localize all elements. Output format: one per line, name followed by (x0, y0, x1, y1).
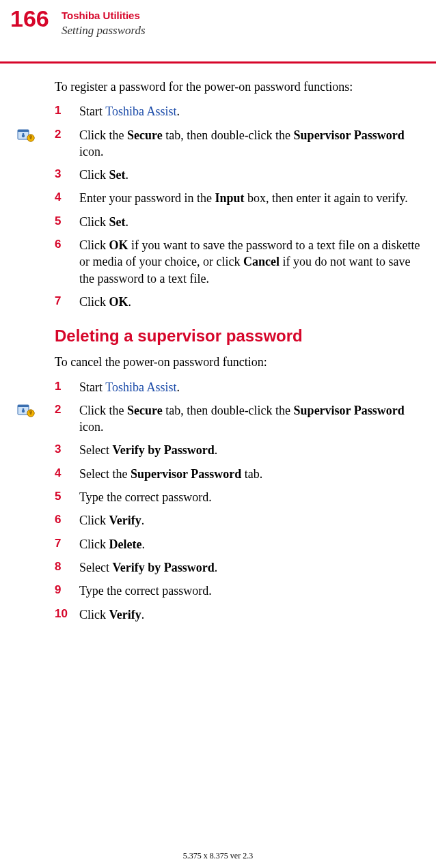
delete-step-3: 3Select Verify by Password. (55, 442, 422, 458)
step-text: Enter your password in the Input box, th… (79, 190, 422, 206)
register-step-7: 7Click OK. (55, 294, 422, 310)
footer-text: 5.375 x 8.375 ver 2.3 (0, 851, 436, 861)
step-number: 6 (55, 237, 79, 287)
step-text: Click Set. (79, 214, 422, 230)
step-text: Click Verify. (79, 606, 422, 623)
step-number: 4 (55, 466, 79, 482)
step-text: Click the Secure tab, then double-click … (79, 127, 422, 160)
step-number: 10 (55, 606, 79, 623)
section-heading: Deleting a supervisor password (55, 326, 422, 346)
step-number: 6 (55, 512, 79, 529)
supervisor-password-icon (17, 128, 36, 142)
step-text: Click the Secure tab, then double-click … (79, 402, 422, 436)
page-content: To register a password for the power-on … (0, 79, 436, 623)
step-text: Start Toshiba Assist. (79, 103, 422, 120)
step-text: Click Delete. (79, 536, 422, 552)
step-number: 3 (55, 167, 79, 183)
delete-step-8: 8Select Verify by Password. (55, 559, 422, 576)
delete-step-2: 2Click the Secure tab, then double-click… (55, 402, 422, 436)
register-step-5: 5Click Set. (55, 214, 422, 230)
delete-step-9: 9Type the correct password. (55, 583, 422, 599)
intro-text: To register a password for the power-on … (55, 79, 422, 95)
link-toshiba-assist[interactable]: Toshiba Assist (105, 380, 176, 394)
intro2-text: To cancel the power-on password function… (55, 354, 422, 370)
step-number: 1 (55, 103, 79, 120)
step-text: Click OK. (79, 294, 422, 310)
header-title: Toshiba Utilities (62, 10, 140, 21)
delete-step-7: 7Click Delete. (55, 536, 422, 552)
supervisor-password-icon (17, 404, 36, 417)
step-text: Type the correct password. (79, 489, 422, 505)
delete-step-6: 6Click Verify. (55, 512, 422, 529)
delete-step-4: 4Select the Supervisor Password tab. (55, 466, 422, 482)
svg-rect-1 (18, 130, 29, 132)
step-number: 7 (55, 536, 79, 552)
step-number: 5 (55, 489, 79, 505)
register-step-3: 3Click Set. (55, 167, 422, 183)
step-number: 2 (55, 402, 79, 436)
step-number: 8 (55, 559, 79, 576)
step-number: 1 (55, 379, 79, 395)
page-number: 166 (10, 5, 49, 32)
steps-delete: 1Start Toshiba Assist.2Click the Secure … (55, 379, 422, 623)
svg-rect-3 (23, 133, 24, 135)
step-text: Select Verify by Password. (79, 442, 422, 458)
step-text: Select Verify by Password. (79, 559, 422, 576)
delete-step-5: 5Type the correct password. (55, 489, 422, 505)
delete-step-1: 1Start Toshiba Assist. (55, 379, 422, 395)
header-subtitle: Setting passwords (62, 24, 146, 38)
step-text: Start Toshiba Assist. (79, 379, 422, 395)
delete-step-10: 10Click Verify. (55, 606, 422, 623)
step-text: Click OK if you want to save the passwor… (79, 237, 422, 287)
step-text: Select the Supervisor Password tab. (79, 466, 422, 482)
svg-rect-10 (23, 408, 24, 410)
step-text: Click Set. (79, 167, 422, 183)
step-number: 3 (55, 442, 79, 458)
header-rule (0, 61, 436, 64)
register-step-6: 6Click OK if you want to save the passwo… (55, 237, 422, 287)
step-number: 2 (55, 127, 79, 160)
step-text: Click Verify. (79, 512, 422, 529)
link-toshiba-assist[interactable]: Toshiba Assist (105, 104, 176, 118)
step-text: Type the correct password. (79, 583, 422, 599)
register-step-2: 2Click the Secure tab, then double-click… (55, 127, 422, 160)
steps-register: 1Start Toshiba Assist.2Click the Secure … (55, 103, 422, 310)
step-number: 5 (55, 214, 79, 230)
step-number: 7 (55, 294, 79, 310)
svg-rect-8 (18, 405, 29, 407)
step-number: 9 (55, 583, 79, 599)
register-step-4: 4Enter your password in the Input box, t… (55, 190, 422, 206)
page-header: 166 Toshiba Utilities Setting passwords (0, 0, 436, 58)
register-step-1: 1Start Toshiba Assist. (55, 103, 422, 120)
step-number: 4 (55, 190, 79, 206)
